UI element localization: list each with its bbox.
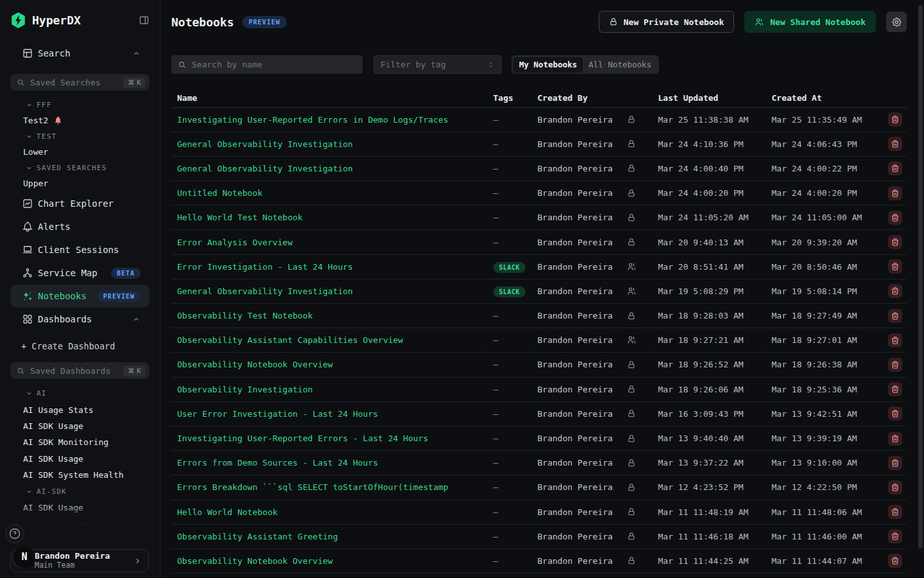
column-header-created-at[interactable]: Created At: [766, 89, 882, 107]
tree-item[interactable]: AI SDK Monitoring: [10, 434, 150, 450]
tree-item[interactable]: Test2: [10, 113, 150, 129]
create-dashboard-button[interactable]: + Create Dashboard: [10, 338, 150, 354]
notebook-link[interactable]: Observability Test Notebook: [177, 311, 312, 320]
delete-notebook-button[interactable]: [888, 456, 902, 470]
tree-item[interactable]: AI SDK System Health: [10, 467, 150, 483]
delete-notebook-button[interactable]: [888, 211, 902, 225]
tree-item[interactable]: AI Usage Stats: [10, 401, 150, 417]
tab-my-notebooks[interactable]: My Notebooks: [513, 57, 583, 72]
notebook-link[interactable]: Error Investigation - Last 24 Hours: [177, 262, 353, 272]
delete-notebook-button[interactable]: [888, 112, 902, 127]
notebook-link[interactable]: General Observability Investigation: [177, 164, 353, 173]
notebook-link[interactable]: Investigating User-Reported Errors in De…: [177, 115, 449, 125]
tree-group-header[interactable]: SAVED SEARCHES: [10, 160, 150, 176]
sidebar-item-service-map[interactable]: Service MapBETA: [10, 261, 150, 285]
table-row: Investigating User-Reported Errors - Las…: [171, 426, 907, 450]
notebook-link[interactable]: Observability Notebook Overview: [177, 556, 333, 566]
chevron-right-icon: [133, 557, 142, 565]
tags-cell: —: [487, 206, 531, 230]
tree-group-header[interactable]: AI: [10, 385, 150, 401]
tree-item[interactable]: AI SDK Usage: [10, 418, 150, 434]
tree-group-header[interactable]: FFF: [10, 97, 150, 113]
tree-item[interactable]: AI SDK System Health: [10, 516, 150, 528]
created-by-cell: Brandon Pereira: [531, 254, 652, 279]
notebook-link[interactable]: Error Analysis Overview: [177, 238, 293, 247]
delete-notebook-button[interactable]: [888, 259, 902, 274]
delete-notebook-button[interactable]: [888, 137, 902, 151]
delete-notebook-button[interactable]: [888, 382, 902, 396]
saved-searches-input[interactable]: Saved Searches ⌘ K: [10, 74, 150, 91]
actions-cell: [882, 426, 907, 450]
delete-notebook-button[interactable]: [888, 432, 902, 446]
column-header-name[interactable]: Name: [171, 89, 487, 107]
notebook-name-cell: Error Investigation - Last 24 Hours: [171, 254, 487, 279]
tree-item[interactable]: AI SDK Usage: [10, 451, 150, 467]
tree-group-header[interactable]: TEST: [10, 128, 150, 144]
sidebar-item-search[interactable]: Search: [10, 42, 150, 65]
created-by: Brandon Pereira: [538, 286, 652, 296]
user-card[interactable]: N Brandon Pereira Main Team: [10, 549, 149, 572]
delete-notebook-button[interactable]: [888, 554, 902, 568]
created-by-cell: Brandon Pereira: [531, 230, 652, 254]
chevron-up-icon[interactable]: [132, 49, 141, 58]
delete-notebook-button[interactable]: [888, 480, 902, 495]
created-by-cell: Brandon Pereira: [531, 500, 652, 524]
notebook-link[interactable]: Observability Assistant Greeting: [177, 532, 338, 541]
search-by-name-input[interactable]: Search by name: [171, 55, 363, 74]
input-placeholder: Saved Searches: [30, 78, 123, 87]
notebook-link[interactable]: Hello World Notebook: [177, 507, 278, 517]
trash-icon: [891, 189, 900, 198]
sidebar-item-chart-explorer[interactable]: Chart Explorer: [10, 192, 150, 215]
saved-dashboards-input[interactable]: Saved Dashboards ⌘ K: [10, 362, 150, 379]
scrollbar-thumb[interactable]: [918, 5, 923, 548]
filter-by-tag-select[interactable]: Filter by tag: [373, 55, 502, 74]
column-header-last-updated[interactable]: Last Updated: [652, 89, 766, 107]
tree-item[interactable]: Lower: [10, 144, 150, 161]
delete-notebook-button[interactable]: [888, 284, 902, 298]
sidebar-item-dashboards[interactable]: Dashboards: [10, 308, 150, 331]
notebook-link[interactable]: General Observability Investigation: [177, 139, 353, 149]
delete-notebook-button[interactable]: [888, 309, 902, 323]
column-header-tags[interactable]: Tags: [487, 89, 531, 107]
delete-notebook-button[interactable]: [888, 333, 902, 347]
settings-button[interactable]: [886, 12, 907, 32]
sidebar-item-notebooks[interactable]: NotebooksPREVIEW: [10, 285, 150, 308]
delete-notebook-button[interactable]: [888, 235, 902, 249]
delete-notebook-button[interactable]: [888, 358, 902, 372]
notebook-link[interactable]: Errors Breakdown ```sql SELECT toStartOf…: [177, 482, 449, 492]
help-button[interactable]: [5, 524, 24, 543]
notebook-link[interactable]: Untitled Notebook: [177, 188, 262, 198]
sidebar-collapse-icon[interactable]: [139, 15, 150, 26]
notebook-link[interactable]: General Observability Investigation: [177, 286, 353, 296]
created-at-cell: Mar 13 9:39:19 AM: [766, 426, 882, 450]
notebook-name-cell: Errors Breakdown ```sql SELECT toStartOf…: [171, 475, 487, 500]
delete-notebook-button[interactable]: [888, 407, 902, 421]
trash-icon: [891, 434, 900, 443]
delete-notebook-button[interactable]: [888, 529, 902, 543]
table-row: Error Investigation - Last 24 HoursSLACK…: [171, 254, 907, 279]
notebook-link[interactable]: Errors from Demo Sources - Last 24 Hours: [177, 458, 378, 468]
delete-notebook-button[interactable]: [888, 186, 902, 200]
delete-notebook-button[interactable]: [888, 505, 902, 519]
created-by: Brandon Pereira: [538, 213, 652, 222]
sidebar-item-alerts[interactable]: Alerts: [10, 215, 150, 238]
notebook-link[interactable]: User Error Investigation - Last 24 Hours: [177, 409, 378, 419]
tree-group-label: AI-SDK: [37, 487, 67, 496]
notebook-link[interactable]: Investigating User-Reported Errors - Las…: [177, 434, 428, 443]
notebook-link[interactable]: Observability Notebook Overview: [177, 360, 333, 369]
tree-item[interactable]: AI SDK Usage: [10, 500, 150, 516]
notebook-link[interactable]: Observability Investigation: [177, 385, 312, 394]
created-by: Brandon Pereira: [538, 434, 652, 443]
tree-item[interactable]: Upper: [10, 176, 150, 192]
delete-notebook-button[interactable]: [888, 161, 902, 175]
chevron-up-icon[interactable]: [132, 315, 141, 324]
tree-item-label: AI SDK Usage: [23, 421, 83, 431]
new-shared-notebook-button[interactable]: New Shared Notebook: [744, 11, 876, 33]
new-private-notebook-button[interactable]: New Private Notebook: [599, 11, 735, 33]
notebook-link[interactable]: Hello World Test Notebook: [177, 213, 303, 222]
tree-group-header[interactable]: AI-SDK: [10, 483, 150, 499]
sidebar-item-client-sessions[interactable]: Client Sessions: [10, 238, 150, 261]
notebook-link[interactable]: Observability Assistant Capabilities Ove…: [177, 335, 403, 345]
tab-all-notebooks[interactable]: All Notebooks: [583, 57, 657, 72]
column-header-created-by[interactable]: Created By: [531, 89, 652, 107]
